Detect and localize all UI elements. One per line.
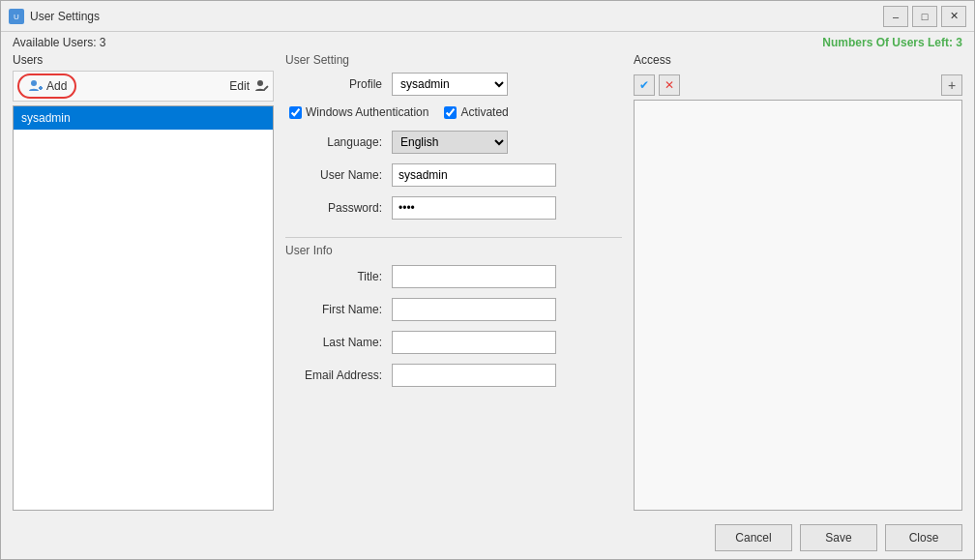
bottom-bar: Cancel Save Close — [1, 518, 974, 559]
activated-label: Activated — [460, 105, 508, 119]
lastname-label: Last Name: — [285, 336, 392, 349]
username-label: User Name: — [285, 168, 392, 182]
users-toolbar: Add Edit — [13, 71, 274, 102]
firstname-label: First Name: — [285, 303, 392, 316]
profile-group: Profile sysadmin — [285, 73, 622, 96]
app-icon: U — [9, 9, 24, 24]
title-input[interactable] — [392, 265, 556, 288]
windows-auth-label: Windows Authentication — [306, 105, 428, 119]
lastname-group: Last Name: — [285, 331, 622, 354]
access-add-button[interactable]: + — [941, 74, 962, 96]
edit-icon — [253, 78, 269, 94]
users-panel-title: Users — [13, 53, 274, 67]
title-group: Title: — [285, 265, 622, 288]
email-input[interactable] — [392, 364, 556, 387]
users-list[interactable]: sysadmin — [13, 105, 274, 511]
password-label: Password: — [285, 201, 392, 215]
numbers-left-text: Numbers Of Users Left: 3 — [822, 36, 962, 49]
access-add-icon: + — [948, 77, 956, 93]
svg-rect-6 — [263, 85, 269, 91]
window-close-button[interactable]: ✕ — [941, 6, 966, 27]
access-cross-button[interactable]: ✕ — [659, 74, 680, 96]
user-item-sysadmin[interactable]: sysadmin — [14, 106, 273, 130]
checkboxes-row: Windows Authentication Activated — [285, 105, 622, 119]
add-user-icon — [27, 78, 43, 94]
password-group: Password: — [285, 196, 622, 220]
available-bar: Available Users: 3 Numbers Of Users Left… — [1, 32, 974, 53]
available-users-text: Available Users: 3 — [13, 36, 106, 49]
svg-text:U: U — [14, 13, 19, 21]
access-check-button[interactable]: ✔ — [634, 74, 655, 96]
user-info-section-title: User Info — [285, 237, 622, 257]
window-title: User Settings — [30, 10, 100, 23]
language-label: Language: — [285, 135, 392, 149]
add-button-label: Add — [46, 79, 67, 93]
access-title: Access — [634, 53, 671, 67]
check-icon: ✔ — [639, 78, 649, 92]
activated-checkbox[interactable] — [444, 106, 457, 119]
maximize-button[interactable]: □ — [912, 6, 937, 27]
cancel-button[interactable]: Cancel — [715, 524, 792, 551]
access-toolbar: Access — [634, 53, 962, 71]
profile-select[interactable]: sysadmin — [392, 73, 508, 96]
users-panel: Users Add Edit — [13, 53, 274, 511]
main-window: U User Settings – □ ✕ Available Users: 3… — [0, 0, 975, 560]
activated-checkbox-label[interactable]: Activated — [444, 105, 508, 119]
close-button[interactable]: Close — [885, 524, 962, 551]
user-setting-title: User Setting — [285, 53, 622, 67]
firstname-group: First Name: — [285, 298, 622, 321]
username-group: User Name: — [285, 163, 622, 187]
profile-label: Profile — [285, 77, 392, 91]
password-input[interactable] — [392, 196, 556, 220]
setting-panel: User Setting Profile sysadmin Windows Au… — [285, 53, 622, 511]
access-list[interactable] — [634, 100, 962, 511]
cross-icon: ✕ — [665, 78, 674, 92]
language-group: Language: English French German Spanish — [285, 131, 622, 154]
email-label: Email Address: — [285, 368, 392, 382]
email-group: Email Address: — [285, 364, 622, 387]
add-user-button[interactable]: Add — [17, 74, 76, 99]
edit-area: Edit — [229, 78, 269, 94]
language-select[interactable]: English French German Spanish — [392, 131, 508, 154]
lastname-input[interactable] — [392, 331, 556, 354]
svg-point-5 — [257, 80, 263, 86]
main-content: Users Add Edit — [1, 53, 974, 518]
title-bar: U User Settings – □ ✕ — [1, 1, 974, 32]
access-panel: Access ✔ ✕ + — [634, 53, 962, 511]
user-item-name: sysadmin — [21, 111, 71, 125]
title-bar-controls: – □ ✕ — [883, 6, 966, 27]
access-icons-group: ✔ ✕ — [634, 74, 680, 96]
username-input[interactable] — [392, 163, 556, 187]
edit-label: Edit — [229, 79, 250, 93]
minimize-button[interactable]: – — [883, 6, 908, 27]
firstname-input[interactable] — [392, 298, 556, 321]
windows-auth-checkbox[interactable] — [289, 106, 302, 119]
title-bar-left: U User Settings — [9, 9, 100, 24]
save-button[interactable]: Save — [800, 524, 877, 551]
svg-point-2 — [31, 80, 37, 86]
title-label: Title: — [285, 270, 392, 283]
windows-auth-checkbox-label[interactable]: Windows Authentication — [289, 105, 428, 119]
